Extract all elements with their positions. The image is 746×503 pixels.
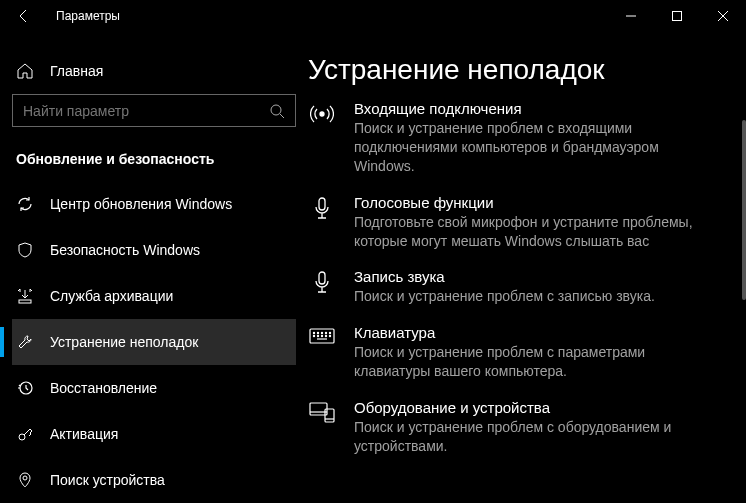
troubleshooter-speech[interactable]: Голосовые функции Подготовьте свой микро… bbox=[308, 194, 720, 251]
ts-desc: Поиск и устранение проблем с оборудовани… bbox=[354, 418, 720, 456]
ts-title: Запись звука bbox=[354, 268, 720, 285]
svg-point-20 bbox=[317, 336, 318, 337]
svg-rect-1 bbox=[673, 12, 682, 21]
svg-point-9 bbox=[23, 476, 27, 480]
backup-icon bbox=[16, 287, 34, 305]
svg-rect-12 bbox=[319, 272, 325, 284]
svg-point-22 bbox=[325, 336, 326, 337]
sync-icon bbox=[16, 195, 34, 213]
scrollbar[interactable] bbox=[742, 120, 746, 300]
home-label: Главная bbox=[50, 63, 103, 79]
close-button[interactable] bbox=[700, 0, 746, 32]
svg-point-15 bbox=[317, 333, 318, 334]
svg-point-18 bbox=[329, 333, 330, 334]
search-box[interactable] bbox=[12, 94, 296, 127]
svg-rect-6 bbox=[19, 300, 31, 303]
troubleshooter-hardware[interactable]: Оборудование и устройства Поиск и устран… bbox=[308, 399, 720, 456]
ts-title: Голосовые функции bbox=[354, 194, 720, 211]
nav-label: Устранение неполадок bbox=[50, 334, 198, 350]
maximize-button[interactable] bbox=[654, 0, 700, 32]
ts-title: Входящие подключения bbox=[354, 100, 720, 117]
nav-windows-update[interactable]: Центр обновления Windows bbox=[12, 181, 296, 227]
nav-label: Центр обновления Windows bbox=[50, 196, 232, 212]
history-icon bbox=[16, 379, 34, 397]
page-heading: Устранение неполадок bbox=[308, 54, 720, 86]
nav-recovery[interactable]: Восстановление bbox=[12, 365, 296, 411]
key-icon bbox=[16, 425, 34, 443]
svg-point-10 bbox=[320, 112, 324, 116]
nav-label: Восстановление bbox=[50, 380, 157, 396]
svg-point-4 bbox=[271, 105, 281, 115]
svg-point-17 bbox=[325, 333, 326, 334]
home-nav[interactable]: Главная bbox=[12, 56, 296, 94]
troubleshooter-incoming-connections[interactable]: Входящие подключения Поиск и устранение … bbox=[308, 100, 720, 176]
ts-title: Клавиатура bbox=[354, 324, 720, 341]
broadcast-icon bbox=[308, 100, 336, 176]
devices-icon bbox=[308, 399, 336, 456]
minimize-button[interactable] bbox=[608, 0, 654, 32]
ts-desc: Подготовьте свой микрофон и устраните пр… bbox=[354, 213, 720, 251]
main-content: Устранение неполадок Входящие подключени… bbox=[308, 32, 746, 503]
keyboard-icon bbox=[308, 324, 336, 381]
svg-point-23 bbox=[329, 336, 330, 337]
svg-line-5 bbox=[280, 114, 284, 118]
svg-rect-11 bbox=[319, 198, 325, 210]
svg-point-19 bbox=[313, 336, 314, 337]
microphone-icon bbox=[308, 194, 336, 251]
troubleshooter-audio-recording[interactable]: Запись звука Поиск и устранение проблем … bbox=[308, 268, 720, 306]
microphone-icon bbox=[308, 268, 336, 306]
sidebar: Главная Обновление и безопасность Центр … bbox=[0, 32, 308, 503]
ts-title: Оборудование и устройства bbox=[354, 399, 720, 416]
wrench-icon bbox=[16, 333, 34, 351]
nav-backup[interactable]: Служба архивации bbox=[12, 273, 296, 319]
search-icon bbox=[269, 103, 285, 119]
titlebar: Параметры bbox=[0, 0, 746, 32]
troubleshooter-keyboard[interactable]: Клавиатура Поиск и устранение проблем с … bbox=[308, 324, 720, 381]
nav-windows-security[interactable]: Безопасность Windows bbox=[12, 227, 296, 273]
back-button[interactable] bbox=[12, 8, 36, 24]
section-header: Обновление и безопасность bbox=[12, 145, 296, 181]
ts-desc: Поиск и устранение проблем с записью зву… bbox=[354, 287, 720, 306]
svg-point-14 bbox=[313, 333, 314, 334]
ts-desc: Поиск и устранение проблем с параметрами… bbox=[354, 343, 720, 381]
shield-icon bbox=[16, 241, 34, 259]
nav-troubleshoot[interactable]: Устранение неполадок bbox=[12, 319, 296, 365]
svg-point-16 bbox=[321, 333, 322, 334]
nav-label: Поиск устройства bbox=[50, 472, 165, 488]
home-icon bbox=[16, 62, 34, 80]
nav-find-device[interactable]: Поиск устройства bbox=[12, 457, 296, 503]
location-icon bbox=[16, 471, 34, 489]
window-title: Параметры bbox=[56, 9, 120, 23]
nav-label: Безопасность Windows bbox=[50, 242, 200, 258]
nav-label: Служба архивации bbox=[50, 288, 173, 304]
search-input[interactable] bbox=[23, 103, 269, 119]
ts-desc: Поиск и устранение проблем с входящими п… bbox=[354, 119, 720, 176]
nav-label: Активация bbox=[50, 426, 118, 442]
nav-activation[interactable]: Активация bbox=[12, 411, 296, 457]
svg-point-21 bbox=[321, 336, 322, 337]
